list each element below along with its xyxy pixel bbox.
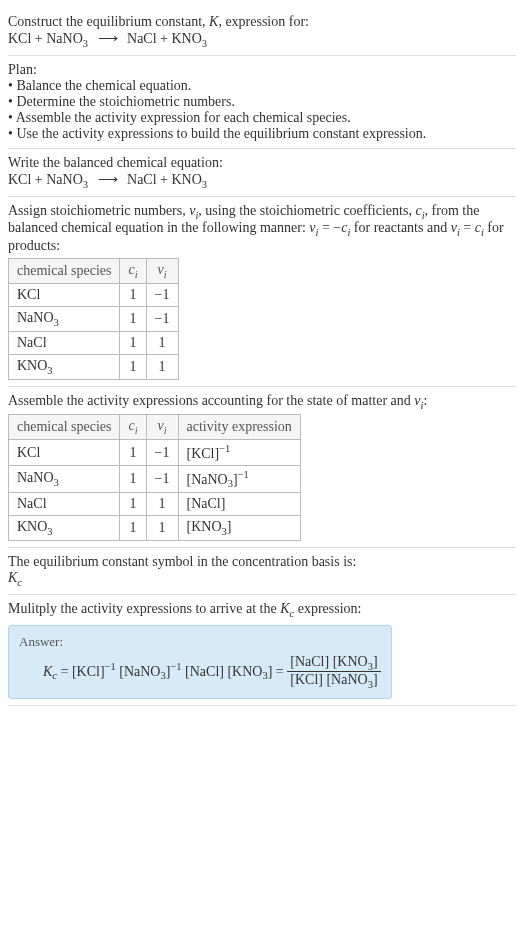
cell-species: NaCl — [9, 331, 120, 354]
table-row: KCl 1 −1 — [9, 283, 179, 306]
fraction: [NaCl] [KNO3][KCl] [NaNO3] — [287, 654, 380, 691]
kc-symbol: Kc — [8, 570, 516, 588]
intro-text-1b: , expression for: — [218, 14, 309, 29]
fraction-denominator: [KCl] [NaNO3] — [287, 672, 380, 690]
multiply-title-b: expression: — [294, 601, 361, 616]
stoich-text: Assign stoichiometric numbers, νi, using… — [8, 203, 516, 255]
intro-equation: KCl + NaNO3 ⟶ NaCl + KNO3 — [8, 30, 516, 49]
eq-part: = — [460, 220, 475, 235]
expr-base: [NaNO — [187, 471, 228, 486]
activity-section: Assemble the activity expressions accoun… — [8, 387, 516, 549]
term-3b: ] = — [268, 663, 288, 678]
table-row: NaCl 1 1 — [9, 331, 179, 354]
balanced-title: Write the balanced chemical equation: — [8, 155, 516, 171]
cell-ci: 1 — [120, 516, 146, 541]
sub-i: i — [135, 425, 138, 436]
eq-sub: 3 — [83, 179, 88, 190]
species-text: NaNO — [17, 310, 54, 325]
answer-equation: Kc = [KCl]−1 [NaNO3]−1 [NaCl] [KNO3] = [… — [19, 654, 381, 691]
num-b: ] — [373, 654, 378, 669]
expr-base: [KNO — [187, 519, 222, 534]
stoich-table: chemical species ci νi KCl 1 −1 NaNO3 1 … — [8, 258, 179, 379]
symbol-section: The equilibrium constant symbol in the c… — [8, 548, 516, 595]
intro-K: K — [209, 14, 218, 29]
cell-species: KNO3 — [9, 516, 120, 541]
species-text: NaNO — [17, 470, 54, 485]
eq-rhs: NaCl + KNO — [127, 172, 202, 187]
cell-nui: −1 — [146, 283, 178, 306]
eq-lhs: KCl + NaNO — [8, 31, 83, 46]
stoich-section: Assign stoichiometric numbers, νi, using… — [8, 197, 516, 387]
multiply-section: Mulitply the activity expressions to arr… — [8, 595, 516, 706]
table-row: KNO3 1 1 — [9, 354, 179, 379]
balanced-equation: KCl + NaNO3 ⟶ NaCl + KNO3 — [8, 171, 516, 190]
cell-ci: 1 — [120, 306, 146, 331]
term-3: [NaCl] [KNO — [182, 663, 263, 678]
eq-lhs: KCl + NaNO — [8, 172, 83, 187]
plan-section: Plan: • Balance the chemical equation. •… — [8, 56, 516, 149]
stoich-text-a: Assign stoichiometric numbers, — [8, 203, 189, 218]
answer-label: Answer: — [19, 634, 381, 650]
cell-nui: 1 — [146, 354, 178, 379]
cell-ci: 1 — [120, 331, 146, 354]
activity-title-a: Assemble the activity expressions accoun… — [8, 393, 414, 408]
species-sub: 3 — [47, 365, 52, 376]
th-species: chemical species — [9, 415, 120, 440]
plan-title: Plan: — [8, 62, 516, 78]
den-a: [KCl] [NaNO — [290, 672, 367, 687]
cell-ci: 1 — [120, 283, 146, 306]
fraction-numerator: [NaCl] [KNO3] — [287, 654, 380, 673]
eq-sub: 3 — [202, 38, 207, 49]
cell-expr: [KNO3] — [178, 516, 300, 541]
term-1: [KCl] — [72, 663, 105, 678]
cell-nui: −1 — [146, 306, 178, 331]
sub-i: i — [135, 269, 138, 280]
cell-ci: 1 — [120, 493, 146, 516]
sub-i: i — [164, 425, 167, 436]
cell-species: NaNO3 — [9, 306, 120, 331]
cell-nui: −1 — [146, 440, 178, 466]
eq-part: = − — [318, 220, 341, 235]
plan-item: • Assemble the activity expression for e… — [8, 110, 516, 126]
plan-item: • Use the activity expressions to build … — [8, 126, 516, 142]
kc-c: c — [17, 577, 22, 588]
eq-sub: 3 — [83, 38, 88, 49]
answer-box: Answer: Kc = [KCl]−1 [NaNO3]−1 [NaCl] [K… — [8, 625, 392, 700]
intro-line: Construct the equilibrium constant, K, e… — [8, 14, 516, 30]
cell-ci: 1 — [120, 440, 146, 466]
table-header-row: chemical species ci νi activity expressi… — [9, 415, 301, 440]
cell-species: KCl — [9, 283, 120, 306]
eq-rhs: NaCl + KNO — [127, 31, 202, 46]
stoich-text-b: , using the stoichiometric coefficients, — [198, 203, 415, 218]
th-ci: ci — [120, 415, 146, 440]
expr-close: ] — [227, 519, 232, 534]
arrow-icon: ⟶ — [92, 31, 124, 46]
expr-exp: −1 — [219, 443, 230, 454]
activity-table: chemical species ci νi activity expressi… — [8, 414, 301, 541]
cell-expr: [KCl]−1 — [178, 440, 300, 466]
balanced-section: Write the balanced chemical equation: KC… — [8, 149, 516, 197]
cell-nui: 1 — [146, 493, 178, 516]
symbol-title: The equilibrium constant symbol in the c… — [8, 554, 516, 570]
intro-text-1: Construct the equilibrium constant, — [8, 14, 209, 29]
species-sub: 3 — [47, 526, 52, 537]
species-text: KNO — [17, 358, 47, 373]
num-a: [NaCl] [KNO — [290, 654, 367, 669]
th-ci: ci — [120, 259, 146, 284]
activity-title-b: : — [423, 393, 427, 408]
species-sub: 3 — [54, 317, 59, 328]
cell-nui: 1 — [146, 516, 178, 541]
species-text: KNO — [17, 519, 47, 534]
exp-2: −1 — [170, 661, 181, 672]
th-nui: νi — [146, 259, 178, 284]
stoich-text-d: for reactants and — [350, 220, 450, 235]
sub-i: i — [164, 269, 167, 280]
th-nui: νi — [146, 415, 178, 440]
plan-item: • Determine the stoichiometric numbers. — [8, 94, 516, 110]
species-sub: 3 — [54, 477, 59, 488]
arrow-icon: ⟶ — [92, 172, 124, 187]
activity-title: Assemble the activity expressions accoun… — [8, 393, 516, 411]
kc-K: K — [280, 601, 289, 616]
multiply-title-a: Mulitply the activity expressions to arr… — [8, 601, 280, 616]
th-species: chemical species — [9, 259, 120, 284]
